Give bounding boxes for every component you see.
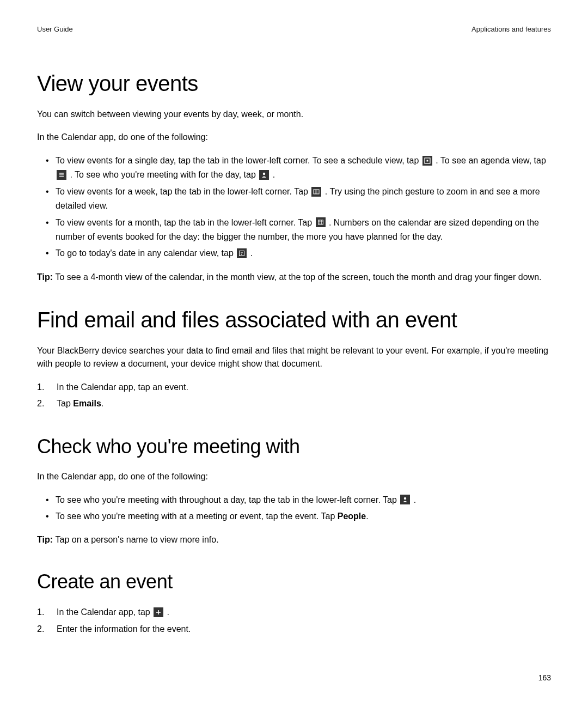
tip-label: Tip:	[37, 272, 55, 282]
bold-emails: Emails	[73, 399, 101, 408]
svg-text:7: 7	[241, 252, 243, 255]
page-header: User Guide Applications and features	[37, 25, 551, 33]
heading-view-events: View your events	[37, 71, 551, 96]
today-icon: 7	[237, 248, 247, 258]
person-icon	[259, 170, 269, 180]
list-item: In the Calendar app, tap an event.	[37, 380, 551, 394]
bold-people: People	[338, 512, 366, 521]
page-number: 163	[538, 673, 551, 682]
list-item: To see who you're meeting with throughou…	[46, 493, 551, 507]
header-left: User Guide	[37, 25, 73, 33]
bullet-list: To see who you're meeting with throughou…	[37, 493, 551, 524]
list-item: Tap Emails.	[37, 397, 551, 411]
list-item: To view events for a month, tap the tab …	[46, 216, 551, 245]
svg-rect-1	[426, 160, 428, 161]
person-icon	[400, 495, 410, 504]
add-plus-icon	[154, 607, 163, 617]
paragraph: You can switch between viewing your even…	[37, 108, 551, 121]
list-item: To view events for a single day, tap the…	[46, 154, 551, 182]
heading-find-email: Find email and files associated with an …	[37, 308, 551, 332]
tip-paragraph: Tip: To see a 4-month view of the calend…	[37, 271, 551, 284]
bullet-list: To view events for a single day, tap the…	[37, 154, 551, 261]
list-item: Enter the information for the event.	[37, 622, 551, 636]
paragraph: In the Calendar app, do one of the follo…	[37, 131, 551, 144]
heading-check-meeting: Check who you're meeting with	[37, 435, 551, 458]
paragraph: Your BlackBerry device searches your dat…	[37, 344, 551, 370]
numbered-list: In the Calendar app, tap . Enter the inf…	[37, 605, 551, 636]
list-item: In the Calendar app, tap .	[37, 605, 551, 619]
svg-rect-6	[314, 190, 319, 194]
month-grid-icon	[316, 217, 326, 227]
heading-create-event: Create an event	[37, 570, 551, 593]
list-item: To view events for a week, tap the tab i…	[46, 185, 551, 214]
tip-paragraph: Tip: Tap on a person's name to view more…	[37, 533, 551, 546]
list-item: To go to today's date in any calendar vi…	[46, 246, 551, 260]
numbered-list: In the Calendar app, tap an event. Tap E…	[37, 380, 551, 411]
svg-point-5	[263, 173, 265, 175]
svg-point-16	[404, 497, 406, 500]
header-right: Applications and features	[471, 25, 551, 33]
svg-rect-9	[318, 220, 323, 224]
week-view-icon	[311, 187, 321, 197]
tip-label: Tip:	[37, 535, 55, 544]
list-item: To see who you're meeting with at a meet…	[46, 509, 551, 524]
paragraph: In the Calendar app, do one of the follo…	[37, 470, 551, 483]
agenda-list-icon	[57, 170, 66, 180]
schedule-day-icon	[422, 156, 432, 166]
